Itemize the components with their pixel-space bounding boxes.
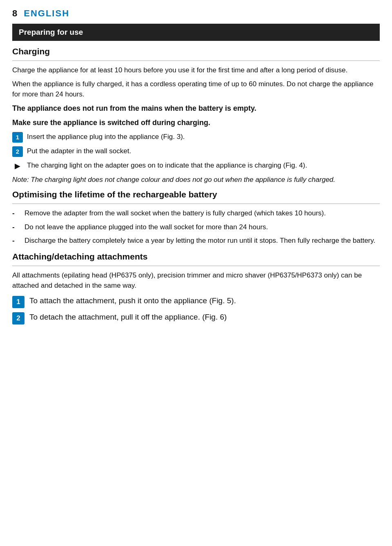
optimising-bullet-3-text: Discharge the battery completely twice a… xyxy=(24,235,375,246)
dash-icon-3: - xyxy=(12,235,20,246)
optimising-bullets: - Remove the adapter from the wall socke… xyxy=(12,208,380,246)
page-number: 8 xyxy=(12,8,17,19)
dash-icon-1: - xyxy=(12,208,20,219)
charging-warning1: The appliance does not run from the main… xyxy=(12,103,380,114)
charging-triangle-note-row: ▶ The charging light on the adapter goes… xyxy=(12,160,380,171)
step-badge-1: 1 xyxy=(12,132,23,143)
charging-step-1-text: Insert the appliance plug into the appli… xyxy=(27,132,380,142)
attaching-intro: All attachments (epilating head (HP6375 … xyxy=(12,270,380,291)
dash-icon-2: - xyxy=(12,222,20,233)
page-container: 8 ENGLISH Preparing for use Charging Cha… xyxy=(0,0,392,340)
section-title: Preparing for use xyxy=(19,28,83,36)
optimising-divider xyxy=(12,204,380,204)
optimising-bullet-2-text: Do not leave the appliance plugged into … xyxy=(24,222,268,233)
charging-step-1: 1 Insert the appliance plug into the app… xyxy=(12,132,380,143)
optimising-bullet-1: - Remove the adapter from the wall socke… xyxy=(12,208,380,219)
step-badge-2: 2 xyxy=(12,146,23,157)
page-language: ENGLISH xyxy=(24,8,69,19)
attaching-step-2: 2 To detach the attachment, pull it off … xyxy=(12,311,380,324)
optimising-title: Optimising the lifetime of the rechargea… xyxy=(12,190,380,199)
charging-intro: Charge the appliance for at least 10 hou… xyxy=(12,65,380,76)
charging-warning2: Make sure the appliance is switched off … xyxy=(12,117,380,128)
charging-charged-text: When the appliance is fully charged, it … xyxy=(12,79,380,100)
attaching-step-badge-2: 2 xyxy=(12,312,24,324)
triangle-bullet-icon: ▶ xyxy=(12,161,23,171)
charging-step-2: 2 Put the adapter in the wall socket. xyxy=(12,146,380,157)
page-header: 8 ENGLISH xyxy=(12,8,380,19)
attaching-step-1: 1 To attach the attachment, push it onto… xyxy=(12,295,380,308)
charging-divider xyxy=(12,60,380,61)
charging-note-italic: Note: The charging light does not change… xyxy=(12,175,380,185)
charging-step-2-text: Put the adapter in the wall socket. xyxy=(27,146,380,157)
charging-triangle-note: The charging light on the adapter goes o… xyxy=(27,160,380,171)
attaching-step-2-text: To detach the attachment, pull it off th… xyxy=(29,311,380,323)
optimising-bullet-1-text: Remove the adapter from the wall socket … xyxy=(24,208,326,219)
attaching-title: Attaching/detaching attachments xyxy=(12,252,380,262)
attaching-step-1-text: To attach the attachment, push it onto t… xyxy=(29,295,380,307)
attaching-step-badge-1: 1 xyxy=(12,296,24,308)
charging-title: Charging xyxy=(12,47,380,56)
optimising-bullet-3: - Discharge the battery completely twice… xyxy=(12,235,380,246)
section-header: Preparing for use xyxy=(12,24,380,41)
attaching-divider xyxy=(12,266,380,266)
optimising-bullet-2: - Do not leave the appliance plugged int… xyxy=(12,222,380,233)
